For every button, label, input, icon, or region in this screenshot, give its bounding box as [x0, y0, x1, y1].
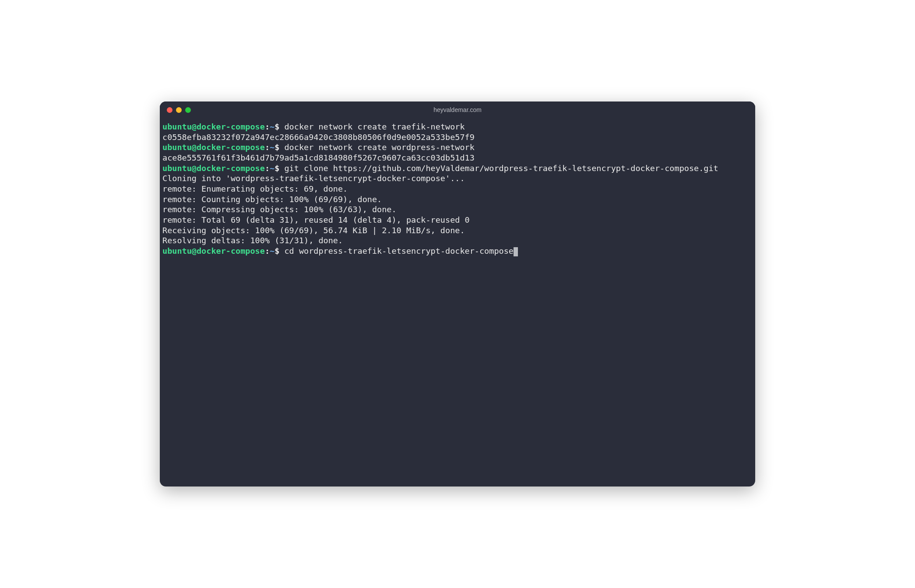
output-line: remote: Enumerating objects: 69, done.: [162, 184, 753, 194]
maximize-icon[interactable]: [185, 107, 191, 113]
terminal-window: heyvaldemar.com ubuntu@docker-compose:~$…: [160, 102, 755, 486]
prompt-user-host: ubuntu@docker-compose: [162, 143, 265, 152]
command-text: docker network create wordpress-network: [279, 143, 475, 152]
prompt-dollar: $: [274, 246, 279, 256]
prompt-user-host: ubuntu@docker-compose: [162, 122, 265, 131]
prompt-user-host: ubuntu@docker-compose: [162, 246, 265, 256]
prompt-dollar: $: [274, 143, 279, 152]
traffic-lights: [167, 107, 191, 113]
terminal-line: ubuntu@docker-compose:~$ cd wordpress-tr…: [162, 246, 753, 256]
output-line: Cloning into 'wordpress-traefik-letsencr…: [162, 173, 753, 184]
prompt-colon: :: [265, 164, 270, 173]
command-text: git clone https://github.com/heyValdemar…: [279, 164, 718, 173]
prompt-path: ~: [270, 246, 274, 256]
command-text: docker network create traefik-network: [279, 122, 465, 131]
terminal-line: ubuntu@docker-compose:~$ git clone https…: [162, 163, 753, 174]
prompt-path: ~: [270, 164, 274, 173]
output-line: remote: Compressing objects: 100% (63/63…: [162, 204, 753, 215]
terminal-line: ubuntu@docker-compose:~$ docker network …: [162, 142, 753, 153]
prompt-user-host: ubuntu@docker-compose: [162, 164, 265, 173]
output-line: remote: Total 69 (delta 31), reused 14 (…: [162, 215, 753, 225]
output-line: Resolving deltas: 100% (31/31), done.: [162, 235, 753, 246]
terminal-content[interactable]: ubuntu@docker-compose:~$ docker network …: [160, 118, 755, 486]
prompt-path: ~: [270, 122, 274, 131]
output-line: c0558efba83232f072a947ec28666a9420c3808b…: [162, 132, 753, 143]
title-bar: heyvaldemar.com: [160, 102, 755, 118]
output-line: remote: Counting objects: 100% (69/69), …: [162, 194, 753, 205]
minimize-icon[interactable]: [176, 107, 182, 113]
output-line: Receiving objects: 100% (69/69), 56.74 K…: [162, 225, 753, 236]
prompt-colon: :: [265, 122, 270, 131]
prompt-path: ~: [270, 143, 274, 152]
terminal-line: ubuntu@docker-compose:~$ docker network …: [162, 122, 753, 132]
command-text: cd wordpress-traefik-letsencrypt-docker-…: [279, 246, 514, 256]
close-icon[interactable]: [167, 107, 172, 113]
cursor-icon: [514, 247, 518, 256]
output-line: ace8e555761f61f3b461d7b79ad5a1cd8184980f…: [162, 153, 753, 163]
prompt-colon: :: [265, 246, 270, 256]
prompt-dollar: $: [274, 122, 279, 131]
prompt-dollar: $: [274, 164, 279, 173]
prompt-colon: :: [265, 143, 270, 152]
window-title: heyvaldemar.com: [433, 106, 482, 113]
